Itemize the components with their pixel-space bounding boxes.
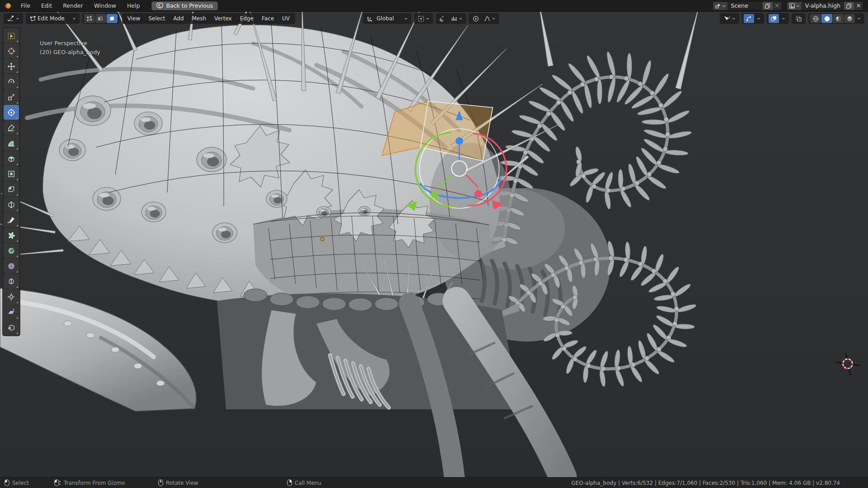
toggle-xray-button[interactable]: [793, 14, 804, 23]
menu-window[interactable]: Window: [89, 0, 122, 11]
menu-file[interactable]: File: [15, 0, 36, 11]
solid-shading-icon: [824, 15, 830, 22]
shading-rendered-button[interactable]: [844, 14, 855, 23]
tool-edge-slide-button[interactable]: [4, 274, 19, 289]
chevron-down-icon: [732, 17, 736, 20]
snap-toggle-button[interactable]: [438, 14, 448, 23]
tool-knife-button[interactable]: [4, 212, 19, 227]
menu-mesh[interactable]: Mesh: [189, 14, 210, 23]
tool-inset-faces-button[interactable]: [4, 166, 19, 181]
chevron-down-icon: [459, 17, 462, 20]
edit-mode-icon: [29, 15, 36, 22]
menu-uv[interactable]: UV: [278, 14, 293, 23]
mode-selector[interactable]: Edit Mode: [28, 14, 78, 23]
menu-vertex[interactable]: Vertex: [211, 14, 236, 23]
viewport-3d[interactable]: Edit Mode: [0, 12, 868, 477]
xray-group: [792, 13, 806, 24]
shading-material-button[interactable]: [833, 14, 844, 23]
menu-edit[interactable]: Edit: [36, 0, 57, 11]
menu-render[interactable]: Render: [57, 0, 89, 11]
tool-annotate-button[interactable]: [4, 120, 19, 135]
edge-slide-icon: [7, 277, 15, 286]
menu-help[interactable]: Help: [122, 0, 146, 11]
xray-icon: [795, 15, 802, 22]
view-layer-remove-button[interactable]: ✕: [854, 2, 863, 10]
pivot-point-dropdown[interactable]: [416, 14, 431, 23]
tool-scale-button[interactable]: [4, 89, 19, 104]
gizmos-group: [742, 13, 764, 24]
cursor-icon: [7, 47, 15, 55]
blender-logo-icon[interactable]: [0, 2, 15, 9]
proportional-falloff-dropdown[interactable]: [482, 14, 497, 23]
overlays-icon: [770, 15, 777, 22]
proportional-edit-group: [469, 13, 499, 24]
transform-orientation-dropdown[interactable]: Global: [365, 14, 410, 23]
bevel-icon: [7, 185, 15, 193]
snap-group: [436, 13, 466, 24]
scene-name-field[interactable]: Scene: [727, 2, 763, 9]
view-layer-browse-button[interactable]: [787, 2, 802, 10]
tool-measure-button[interactable]: [4, 136, 19, 150]
menu-select[interactable]: Select: [145, 14, 169, 23]
tool-shear-button[interactable]: [4, 305, 19, 319]
scene-unlink-button[interactable]: ✕: [773, 2, 782, 10]
tool-rotate-button[interactable]: [4, 74, 19, 89]
tool-extrude-region-button[interactable]: [4, 151, 19, 166]
select-box-icon: [7, 32, 15, 40]
shading-mode-group: [808, 13, 864, 24]
tool-shrink-fatten-button[interactable]: [4, 289, 19, 304]
select-mode-vertex-button[interactable]: [84, 14, 95, 23]
view-layer-name-field[interactable]: V-alpha.high: [802, 2, 844, 9]
tool-bevel-button[interactable]: [4, 182, 19, 197]
chevron-down-icon: [492, 17, 495, 20]
scene-new-button[interactable]: [763, 2, 773, 10]
visibility-cursor-icon: [723, 15, 731, 22]
tool-spin-button[interactable]: [4, 243, 19, 258]
select-mode-edge-button[interactable]: [95, 14, 106, 23]
face-select-icon: [109, 15, 115, 22]
show-gizmos-toggle[interactable]: [744, 14, 754, 23]
snap-settings-dropdown[interactable]: [449, 14, 464, 23]
menu-edge[interactable]: Edge: [236, 14, 257, 23]
hint-rotate-view: Rotate View: [158, 479, 198, 486]
view-layer-selector: V-alpha.high ✕: [787, 1, 863, 10]
gizmos-dropdown[interactable]: [755, 14, 762, 23]
back-to-previous-button[interactable]: Back to Previous: [151, 1, 218, 10]
snap-increment-icon: [451, 15, 458, 22]
show-overlays-toggle[interactable]: [769, 14, 779, 23]
spin-icon: [7, 247, 15, 255]
tool-cursor-button[interactable]: [4, 43, 19, 58]
hint-call-menu-label: Call Menu: [295, 480, 321, 486]
menu-view[interactable]: View: [124, 14, 144, 23]
scene-browse-button[interactable]: [713, 2, 727, 10]
hint-transform: Transform From Gizmo: [54, 479, 125, 486]
tool-poly-build-button[interactable]: [4, 228, 19, 243]
extrude-region-icon: [7, 155, 15, 163]
chevron-down-icon: [722, 4, 726, 8]
menu-face[interactable]: Face: [258, 14, 278, 23]
editor-type-button[interactable]: [5, 14, 21, 23]
shading-solid-button[interactable]: [821, 14, 832, 23]
overlays-group: [767, 13, 789, 24]
shading-wireframe-button[interactable]: [810, 14, 821, 23]
tool-transform-button[interactable]: [4, 105, 19, 120]
overlays-dropdown[interactable]: [780, 14, 787, 23]
view-layer-new-button[interactable]: [844, 2, 854, 10]
proportional-edit-toggle[interactable]: [471, 14, 481, 23]
select-mode-face-button[interactable]: [107, 14, 118, 23]
topbar: File Edit Render Window Help Back to Pre…: [0, 0, 868, 12]
editor-type-group: [4, 13, 23, 24]
select-mode-group: [82, 13, 119, 24]
tool-smooth-button[interactable]: [4, 258, 19, 273]
tool-rip-region-button[interactable]: [4, 320, 19, 335]
tool-loop-cut-button[interactable]: [4, 197, 19, 212]
object-type-visibility-dropdown[interactable]: [722, 14, 737, 23]
menu-add[interactable]: Add: [170, 14, 187, 23]
shading-dropdown[interactable]: [855, 14, 863, 23]
tool-move-button[interactable]: [4, 59, 19, 74]
scene-render: [0, 12, 868, 477]
annotate-icon: [7, 124, 15, 132]
tool-select-box-button[interactable]: [4, 28, 19, 43]
chevron-down-icon: [857, 17, 861, 20]
scene-selector: Scene ✕: [712, 1, 782, 10]
